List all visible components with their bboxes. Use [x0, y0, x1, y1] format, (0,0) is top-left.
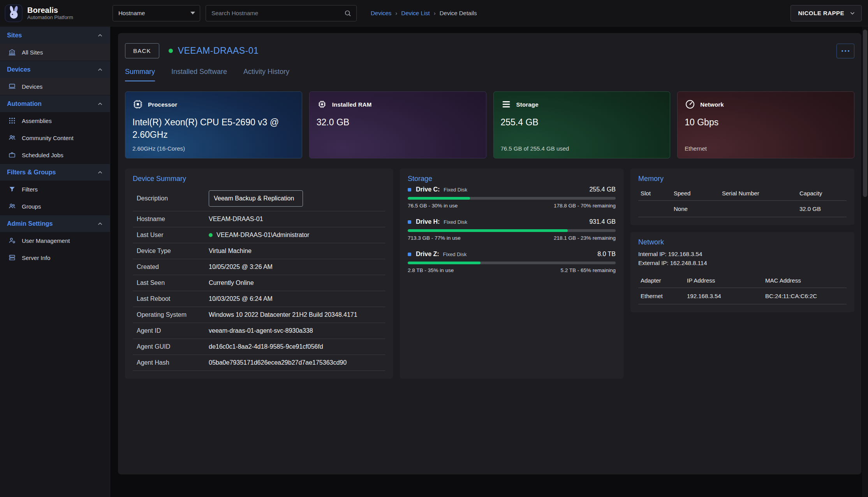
drive-remaining-text: 178.8 GB - 70% remaining	[554, 203, 616, 209]
breadcrumb-device-list[interactable]: Device List	[401, 10, 430, 16]
row-label: Last User	[137, 232, 209, 239]
online-status-dot	[209, 233, 213, 237]
sidebar-section-admin-settings[interactable]: Admin Settings	[0, 215, 110, 232]
processor-card: Processor Intel(R) Xeon(R) CPU E5-2690 v…	[125, 91, 302, 158]
breadcrumb-devices[interactable]: Devices	[371, 10, 391, 16]
tab-summary[interactable]: Summary	[125, 68, 155, 81]
ram-value: 32.0 GB	[317, 116, 466, 128]
drive-usage-fill	[408, 197, 470, 200]
cell-ip: 192.168.3.54	[687, 293, 765, 299]
drive-usage-bar	[408, 229, 616, 232]
chevron-up-icon	[97, 66, 104, 73]
drive-size: 931.4 GB	[589, 218, 616, 225]
cell-slot	[641, 205, 674, 212]
back-button[interactable]: BACK	[125, 43, 159, 58]
briefcase-icon	[8, 151, 16, 159]
network-footer: Ethernet	[685, 145, 707, 152]
sidebar-item-scheduled-jobs[interactable]: Scheduled Jobs	[0, 146, 110, 163]
row-value: Virtual Machine	[209, 248, 252, 255]
drive-usage-fill	[408, 229, 568, 232]
scrollbar-thumb[interactable]	[863, 30, 867, 197]
description-input[interactable]	[209, 190, 303, 207]
card-title: Installed RAM	[332, 101, 372, 108]
card-title: Processor	[148, 101, 177, 108]
card-title: Network	[700, 101, 724, 108]
sidebar-section-sites[interactable]: Sites	[0, 26, 110, 44]
devices-icon	[8, 82, 16, 91]
cell-serial	[722, 205, 799, 212]
row-label: Device Type	[137, 248, 209, 255]
hostname-filter-dropdown[interactable]: Hostname	[113, 5, 200, 21]
row-label: Agent GUID	[137, 343, 209, 350]
tab-installed-software[interactable]: Installed Software	[171, 68, 227, 81]
server-icon	[8, 253, 16, 262]
internal-ip-value: 192.168.3.54	[668, 251, 702, 257]
section-label: Filters & Groups	[7, 169, 56, 176]
stat-cards: Processor Intel(R) Xeon(R) CPU E5-2690 v…	[125, 91, 854, 158]
network-value: 10 Gbps	[685, 116, 834, 128]
details-grid: Device Summary Description Hostname VEEA…	[125, 169, 854, 379]
external-ip-value: 162.248.8.114	[670, 260, 707, 266]
brand: Borealis Automation Platform	[0, 4, 110, 22]
device-tabs: Summary Installed Software Activity Hist…	[125, 68, 854, 81]
more-options-button[interactable]	[836, 44, 854, 58]
col-ip-address: IP Address	[687, 277, 765, 284]
summary-row-description: Description	[133, 186, 385, 211]
memory-table-row: None 32.0 GB	[638, 201, 847, 217]
sidebar-section-devices[interactable]: Devices	[0, 61, 110, 78]
drive-usage-bar	[408, 197, 616, 200]
sidebar-item-label: All Sites	[22, 49, 43, 56]
brand-name: Borealis	[27, 6, 73, 15]
row-value: de16c0c1-8aa2-4d18-9585-9ce91cf056fd	[209, 343, 323, 350]
sidebar-item-assemblies[interactable]: Assemblies	[0, 112, 110, 129]
sidebar-item-filters[interactable]: Filters	[0, 181, 110, 198]
row-label: Agent Hash	[137, 359, 209, 366]
device-details-panel: BACK VEEAM-DRAAS-01 Summary Installed So…	[118, 33, 861, 474]
sidebar-item-groups[interactable]: Groups	[0, 198, 110, 215]
user-menu-button[interactable]: NICOLE RAPPE	[791, 5, 862, 21]
breadcrumb-device-details: Device Details	[440, 10, 477, 16]
summary-row-device-type: Device Type Virtual Machine	[133, 243, 385, 259]
drive-usage-bar	[408, 262, 616, 264]
drive-used-text: 713.3 GB - 77% in use	[408, 235, 461, 241]
brand-subtitle: Automation Platform	[27, 15, 73, 21]
sidebar-item-all-sites[interactable]: All Sites	[0, 44, 110, 61]
sidebar-section-automation[interactable]: Automation	[0, 95, 110, 112]
user-menu-label: NICOLE RAPPE	[798, 10, 844, 16]
search-box	[206, 5, 357, 21]
breadcrumb-separator: ›	[395, 10, 397, 16]
drive-h-row: Drive H: Fixed Disk 931.4 GB 713.3 GB - …	[408, 218, 616, 241]
col-mac-address: MAC Address	[765, 277, 844, 284]
summary-row-last-user: Last User VEEAM-DRAAS-01\Administrator	[133, 227, 385, 243]
filter-funnel-icon	[8, 185, 16, 193]
section-label: Admin Settings	[7, 220, 53, 227]
tab-activity-history[interactable]: Activity History	[243, 68, 289, 81]
row-value: 10/03/2025 @ 6:24 AM	[209, 295, 273, 302]
drive-name: Drive H:	[416, 218, 440, 225]
sidebar-item-devices[interactable]: Devices	[0, 78, 110, 95]
cell-speed: None	[674, 205, 722, 212]
borealis-logo-icon	[5, 4, 23, 22]
user-gear-icon	[8, 236, 16, 245]
breadcrumb: Devices › Device List › Device Details	[371, 10, 477, 16]
drive-usage-fill	[408, 262, 481, 264]
card-title: Storage	[516, 101, 539, 108]
drive-size: 8.0 TB	[597, 251, 616, 258]
cell-mac: BC:24:11:CA:C6:2C	[765, 293, 844, 299]
row-value: VEEAM-DRAAS-01	[209, 216, 263, 223]
summary-row-agent-hash: Agent Hash 05ba0e7935171d626ecea29b27d7a…	[133, 355, 385, 371]
search-input[interactable]	[211, 9, 344, 17]
assemblies-icon	[8, 116, 16, 125]
network-panel-title: Network	[638, 238, 847, 246]
sidebar-item-user-management[interactable]: User Management	[0, 232, 110, 249]
sidebar-item-community-content[interactable]: Community Content	[0, 129, 110, 146]
network-panel: Network Internal IP: 192.168.3.54 Extern…	[630, 232, 854, 312]
row-value: 10/05/2025 @ 3:26 AM	[209, 263, 273, 270]
groups-icon	[8, 202, 16, 211]
sidebar-item-server-info[interactable]: Server Info	[0, 249, 110, 266]
ram-icon	[317, 99, 327, 110]
drive-name: Drive Z:	[416, 251, 439, 258]
app-root: Borealis Automation Platform Hostname De…	[0, 0, 868, 497]
sidebar-section-filters-groups[interactable]: Filters & Groups	[0, 163, 110, 181]
cpu-icon	[132, 99, 143, 110]
